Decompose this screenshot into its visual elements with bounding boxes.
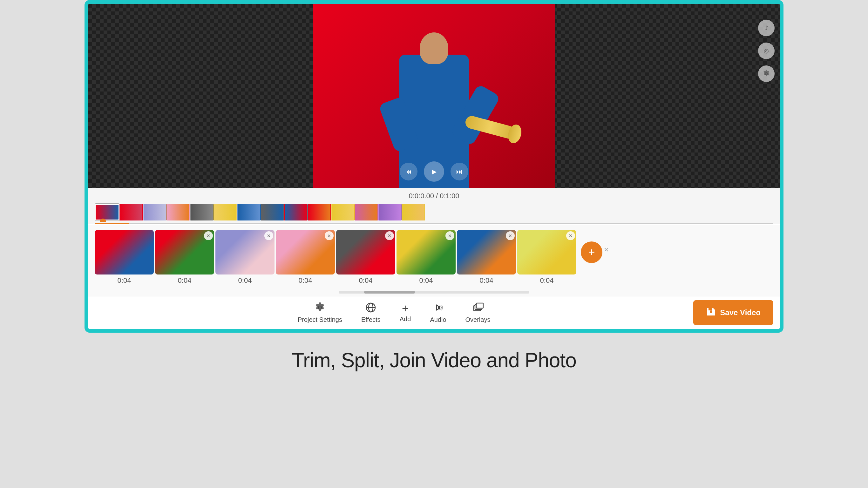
clip-duration-3: 0:04 bbox=[238, 276, 252, 285]
rewind-icon: ⏮ bbox=[405, 168, 412, 175]
toolbar-audio[interactable]: Audio bbox=[430, 302, 446, 324]
clip-thumb-7[interactable]: ✕ bbox=[457, 230, 516, 274]
clip-duration-1: 0:04 bbox=[118, 276, 131, 285]
app-container: ⏮ ▶ ⏭ ⤴ ◎ bbox=[0, 0, 868, 488]
clip-item-5: ✕ 0:04 bbox=[336, 230, 395, 285]
clip-thumb-1[interactable] bbox=[95, 230, 154, 274]
clip-duration-8: 0:04 bbox=[540, 276, 554, 285]
toolbar-add[interactable]: + Add bbox=[400, 303, 411, 323]
clip-remove-7[interactable]: ✕ bbox=[506, 231, 515, 240]
toolbar-effects[interactable]: Effects bbox=[361, 302, 381, 324]
video-preview: ⏮ ▶ ⏭ ⤴ ◎ bbox=[88, 4, 780, 188]
thumb-4 bbox=[166, 204, 190, 220]
thumb-5 bbox=[190, 204, 214, 220]
toolbar-overlays[interactable]: Overlays bbox=[465, 302, 491, 324]
clip-remove-5[interactable]: ✕ bbox=[385, 231, 394, 240]
thumb-2 bbox=[120, 204, 143, 220]
add-clip-button[interactable]: + bbox=[581, 241, 602, 263]
trumpet bbox=[464, 115, 517, 140]
clip-item-1: 0:04 bbox=[95, 230, 154, 285]
thumbnail-strip[interactable] bbox=[95, 203, 773, 222]
effects-label: Effects bbox=[361, 316, 381, 324]
thumb-10 bbox=[308, 204, 331, 220]
project-settings-label: Project Settings bbox=[298, 316, 342, 324]
clip-duration-2: 0:04 bbox=[178, 276, 192, 285]
clip-thumb-6[interactable]: ✕ bbox=[397, 230, 456, 274]
clip-item-7: ✕ 0:04 bbox=[457, 230, 516, 285]
clip-remove-8[interactable]: ✕ bbox=[566, 231, 575, 240]
thumb-13 bbox=[378, 204, 402, 220]
timeline-area: 0:0:0.00 / 0:1:00 bbox=[88, 188, 780, 224]
timeline-line[interactable] bbox=[95, 223, 773, 224]
timeline-progress bbox=[95, 223, 129, 224]
time-display: 0:0:0.00 / 0:1:00 bbox=[95, 192, 773, 200]
clip-thumb-3[interactable]: ✕ bbox=[215, 230, 275, 274]
playback-controls: ⏮ ▶ ⏭ bbox=[400, 161, 468, 182]
effects-icon bbox=[365, 302, 376, 315]
editor-window: ⏮ ▶ ⏭ ⤴ ◎ bbox=[85, 0, 783, 333]
toolbar-items: Project Settings Effects + bbox=[298, 302, 491, 324]
clip-thumb-4[interactable]: ✕ bbox=[276, 230, 335, 274]
share-icon: ⤴ bbox=[765, 25, 768, 31]
scroll-bar-track[interactable] bbox=[339, 291, 529, 294]
clip-thumb-8[interactable]: ✕ bbox=[517, 230, 576, 274]
clip-duration-7: 0:04 bbox=[480, 276, 493, 285]
gear-icon bbox=[762, 69, 771, 78]
overlays-icon bbox=[472, 302, 484, 315]
save-video-button[interactable]: Save Video bbox=[693, 300, 773, 325]
add-label: Add bbox=[400, 315, 411, 323]
clip-remove-6[interactable]: ✕ bbox=[445, 231, 454, 240]
bottom-toolbar: Project Settings Effects + bbox=[88, 296, 780, 329]
plus-icon: + bbox=[588, 246, 595, 259]
zoom-button[interactable]: ◎ bbox=[758, 42, 775, 59]
clip-item-6: ✕ 0:04 bbox=[397, 230, 456, 285]
settings-button[interactable] bbox=[758, 65, 775, 82]
clip-item-2: ✕ 0:04 bbox=[155, 230, 214, 285]
project-settings-icon bbox=[314, 302, 326, 315]
clip-duration-6: 0:04 bbox=[420, 276, 433, 285]
thumb-12 bbox=[354, 204, 378, 220]
thumb-9 bbox=[284, 204, 308, 220]
save-video-label: Save Video bbox=[720, 308, 761, 317]
forward-icon: ⏭ bbox=[456, 168, 463, 175]
clip-remove-3[interactable]: ✕ bbox=[264, 231, 273, 240]
clip-item-4: ✕ 0:04 bbox=[276, 230, 335, 285]
forward-button[interactable]: ⏭ bbox=[451, 163, 468, 180]
thumb-7 bbox=[237, 204, 260, 220]
musician-arm-left bbox=[378, 96, 420, 153]
thumb-3 bbox=[143, 204, 166, 220]
clip-remove-4[interactable]: ✕ bbox=[325, 231, 334, 240]
video-frame bbox=[313, 4, 555, 188]
toolbar-project-settings[interactable]: Project Settings bbox=[298, 302, 342, 324]
clip-item-3: ✕ 0:04 bbox=[215, 230, 275, 285]
clip-duration-5: 0:04 bbox=[359, 276, 373, 285]
add-icon: + bbox=[402, 303, 409, 314]
musician-figure bbox=[313, 4, 555, 188]
clips-area: 0:04 ✕ 0:04 ✕ 0:04 bbox=[88, 225, 780, 290]
tagline: Trim, Split, Join Video and Photo bbox=[292, 348, 576, 372]
clip-duration-4: 0:04 bbox=[299, 276, 312, 285]
clip-end-marker: ✕ bbox=[604, 246, 609, 253]
clip-thumb-2[interactable]: ✕ bbox=[155, 230, 214, 274]
overlays-label: Overlays bbox=[465, 316, 491, 324]
musician-head bbox=[420, 32, 448, 64]
clip-thumb-5[interactable]: ✕ bbox=[336, 230, 395, 274]
right-sidebar: ⤴ ◎ bbox=[758, 20, 775, 82]
thumb-11 bbox=[331, 204, 354, 220]
rewind-button[interactable]: ⏮ bbox=[400, 163, 417, 180]
scroll-bar-area bbox=[88, 290, 780, 296]
clip-remove-2[interactable]: ✕ bbox=[204, 231, 213, 240]
scroll-bar-thumb bbox=[364, 291, 415, 294]
thumb-6 bbox=[214, 204, 237, 220]
musician-arm-right bbox=[450, 84, 500, 146]
thumb-8 bbox=[260, 204, 284, 220]
play-button[interactable]: ▶ bbox=[424, 161, 444, 182]
audio-label: Audio bbox=[430, 316, 446, 324]
clip-bg-1 bbox=[95, 230, 154, 274]
thumb-14 bbox=[402, 204, 425, 220]
audio-icon bbox=[432, 302, 444, 315]
share-button[interactable]: ⤴ bbox=[758, 20, 775, 36]
save-icon bbox=[706, 307, 716, 319]
svg-rect-5 bbox=[476, 303, 483, 308]
thumb-1 bbox=[95, 204, 120, 220]
